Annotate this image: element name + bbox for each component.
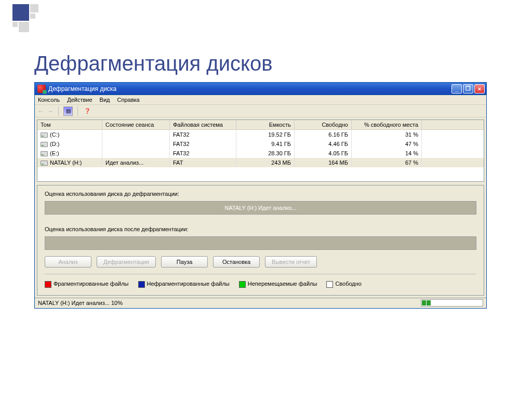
drive-icon bbox=[41, 132, 48, 138]
menu-help[interactable]: Справка bbox=[117, 97, 140, 103]
after-defrag-label: Оценка использования диска после дефрагм… bbox=[45, 226, 476, 232]
volume-row[interactable]: (C:) FAT32 19.52 ГБ 6.16 ГБ 31 % bbox=[37, 130, 484, 139]
legend-fragmented: Фрагментированные файлы bbox=[54, 281, 129, 287]
before-defrag-text: NATALY (H:) Идет анализ... bbox=[225, 205, 297, 211]
properties-icon[interactable]: ▤ bbox=[63, 107, 73, 116]
before-defrag-label: Оценка использования диска до дефрагмент… bbox=[45, 191, 476, 197]
menu-view[interactable]: Вид bbox=[100, 97, 110, 103]
drive-icon bbox=[41, 161, 48, 166]
legend-swatch-unmovable bbox=[239, 281, 246, 288]
drive-icon bbox=[41, 151, 48, 156]
legend-swatch-free bbox=[326, 281, 333, 288]
legend: Фрагментированные файлы Нефрагментирован… bbox=[45, 281, 476, 288]
status-progress bbox=[421, 299, 483, 307]
app-icon bbox=[37, 85, 46, 93]
menubar: Консоль Действие Вид Справка bbox=[35, 95, 486, 105]
col-free[interactable]: Свободно bbox=[295, 120, 352, 129]
titlebar[interactable]: Дефрагментация диска _ ❐ × bbox=[35, 83, 486, 95]
close-button[interactable]: × bbox=[474, 84, 485, 94]
back-icon[interactable]: ← bbox=[38, 108, 44, 115]
legend-swatch-fragmented bbox=[45, 281, 51, 288]
help-icon[interactable]: ❓ bbox=[83, 107, 92, 116]
forward-icon[interactable]: → bbox=[47, 108, 54, 115]
button-row: Анализ Дефрагментация Пауза Остановка Вы… bbox=[45, 256, 476, 268]
before-defrag-bar: NATALY (H:) Идет анализ... bbox=[45, 201, 476, 215]
slide-title: Дефрагментация дисков bbox=[34, 52, 272, 75]
after-defrag-bar bbox=[45, 236, 476, 250]
col-pct-free[interactable]: % свободного места bbox=[352, 120, 422, 129]
window-title: Дефрагментация диска bbox=[48, 85, 116, 92]
toolbar: ← → ▤ ❓ bbox=[35, 105, 486, 117]
statusbar: NATALY (H:) Идет анализ... 10% bbox=[35, 298, 486, 308]
pause-button[interactable]: Пауза bbox=[161, 256, 208, 268]
analyze-button[interactable]: Анализ bbox=[45, 256, 91, 268]
volume-list-header: Том Состояние сеанса Файловая система Ем… bbox=[37, 120, 484, 130]
status-text: NATALY (H:) Идет анализ... 10% bbox=[38, 300, 123, 306]
drive-icon bbox=[41, 142, 48, 147]
volume-list: Том Состояние сеанса Файловая система Ем… bbox=[37, 119, 484, 182]
volume-row[interactable]: NATALY (H:) Идет анализ... FAT 243 МБ 16… bbox=[37, 158, 484, 167]
volume-row[interactable]: (D:) FAT32 9.41 ГБ 4.46 ГБ 47 % bbox=[37, 139, 484, 149]
col-filesystem[interactable]: Файловая система bbox=[170, 120, 236, 129]
legend-swatch-contiguous bbox=[138, 281, 145, 288]
maximize-button[interactable]: ❐ bbox=[463, 84, 473, 94]
menu-console[interactable]: Консоль bbox=[38, 97, 60, 103]
col-volume[interactable]: Том bbox=[37, 120, 102, 129]
legend-free: Свободно bbox=[335, 281, 362, 287]
analysis-panel: Оценка использования диска до дефрагмент… bbox=[37, 185, 484, 296]
report-button[interactable]: Вывести отчет bbox=[265, 256, 317, 268]
menu-action[interactable]: Действие bbox=[67, 97, 92, 103]
col-capacity[interactable]: Емкость bbox=[236, 120, 295, 129]
defrag-window: Дефрагментация диска _ ❐ × Консоль Дейст… bbox=[34, 82, 487, 309]
col-session[interactable]: Состояние сеанса bbox=[102, 120, 170, 129]
stop-button[interactable]: Остановка bbox=[213, 256, 260, 268]
defragment-button[interactable]: Дефрагментация bbox=[97, 256, 156, 268]
legend-unmovable: Неперемещаемые файлы bbox=[248, 281, 317, 287]
volume-row[interactable]: (E:) FAT32 28.30 ГБ 4.05 ГБ 14 % bbox=[37, 149, 484, 158]
minimize-button[interactable]: _ bbox=[451, 84, 462, 94]
legend-contiguous: Нефрагментированные файлы bbox=[147, 281, 230, 287]
